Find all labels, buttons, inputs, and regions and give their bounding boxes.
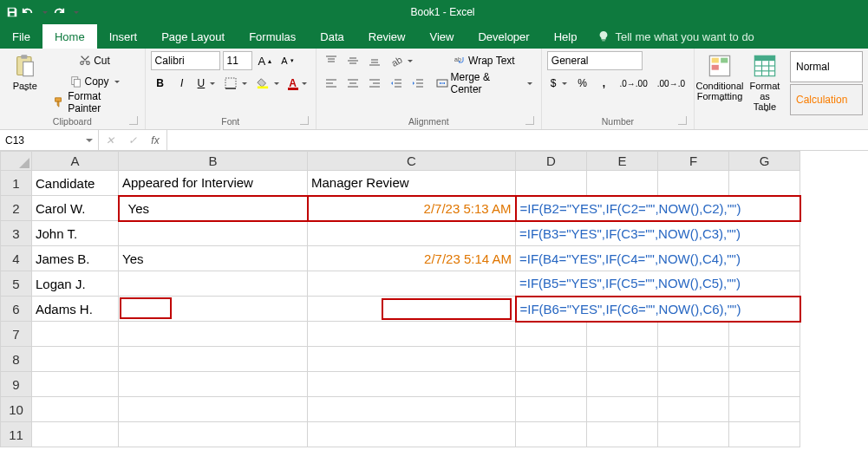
tab-view[interactable]: View <box>417 24 466 49</box>
comma-format-button[interactable]: , <box>595 74 614 93</box>
col-header-c[interactable]: C <box>308 152 516 171</box>
col-header-f[interactable]: F <box>658 152 729 171</box>
cell-a6[interactable]: Adams H. <box>32 297 119 322</box>
formula-bar-input[interactable] <box>167 130 868 150</box>
redo-icon[interactable] <box>52 5 66 19</box>
cell-d6-formula[interactable]: =IF(B6="YES",IF(C6="",NOW(),C6),"") <box>516 297 800 322</box>
row-header-3[interactable]: 3 <box>1 221 32 246</box>
font-color-button[interactable]: A <box>285 74 310 93</box>
tab-insert[interactable]: Insert <box>97 24 150 49</box>
cell-a4[interactable]: James B. <box>32 246 119 271</box>
undo-dropdown[interactable] <box>36 5 50 19</box>
increase-indent-button[interactable] <box>408 74 427 93</box>
row-header-4[interactable]: 4 <box>1 246 32 271</box>
cell-b5[interactable] <box>119 271 308 297</box>
format-painter-button[interactable]: Format Painter <box>49 93 139 112</box>
number-format-combo[interactable] <box>547 51 643 70</box>
cell-d3-formula[interactable]: =IF(B3="YES",IF(C3="",NOW(),C3),"") <box>516 221 800 246</box>
cell-b1[interactable]: Appeared for Interview <box>119 171 308 196</box>
cell-c2[interactable]: 2/7/23 5:13 AM <box>308 196 516 221</box>
row-header-1[interactable]: 1 <box>1 171 32 196</box>
cell-f1[interactable] <box>658 171 729 196</box>
cell-b2[interactable]: Yes <box>119 196 308 221</box>
italic-button[interactable]: I <box>173 74 192 93</box>
col-header-d[interactable]: D <box>516 152 587 171</box>
cut-button[interactable]: Cut <box>49 51 139 70</box>
worksheet[interactable]: A B C D E F G 1 Candidate Appeared for I… <box>0 151 868 463</box>
row-header-8[interactable]: 8 <box>1 347 32 372</box>
cell-a5[interactable]: Logan J. <box>32 271 119 297</box>
accounting-format-button[interactable]: $ <box>547 74 571 93</box>
orientation-button[interactable]: ab <box>387 51 416 70</box>
align-bottom-button[interactable] <box>365 51 384 70</box>
row-header-5[interactable]: 5 <box>1 271 32 297</box>
align-left-button[interactable] <box>322 74 341 93</box>
underline-button[interactable]: U <box>194 74 219 93</box>
cell-d4-formula[interactable]: =IF(B4="YES",IF(C4="",NOW(),C4),"") <box>516 246 800 271</box>
cell-c6[interactable] <box>308 297 516 322</box>
cell-g1[interactable] <box>729 171 800 196</box>
tab-data[interactable]: Data <box>308 24 356 49</box>
cell-a3[interactable]: John T. <box>32 221 119 246</box>
align-center-button[interactable] <box>343 74 362 93</box>
merge-center-button[interactable]: Merge & Center <box>433 74 536 93</box>
wrap-text-button[interactable]: abWrap Text <box>433 51 536 70</box>
row-header-2[interactable]: 2 <box>1 196 32 221</box>
align-right-button[interactable] <box>365 74 384 93</box>
shrink-font-button[interactable]: A▾ <box>277 51 297 70</box>
align-top-button[interactable] <box>322 51 341 70</box>
decrease-indent-button[interactable] <box>387 74 406 93</box>
save-icon[interactable] <box>5 5 19 19</box>
bold-button[interactable]: B <box>151 74 170 93</box>
tab-help[interactable]: Help <box>542 24 590 49</box>
row-header-7[interactable]: 7 <box>1 322 32 347</box>
row-header-6[interactable]: 6 <box>1 297 32 322</box>
cell-b4[interactable]: Yes <box>119 246 308 271</box>
cell-b3[interactable] <box>119 221 308 246</box>
align-middle-button[interactable] <box>343 51 362 70</box>
cell-style-normal[interactable]: Normal <box>790 51 863 82</box>
grow-font-button[interactable]: A▴ <box>255 51 276 70</box>
paste-button[interactable]: Paste <box>5 51 44 101</box>
qat-customize-dropdown[interactable] <box>68 5 82 19</box>
fill-color-button[interactable] <box>253 74 283 93</box>
tab-review[interactable]: Review <box>356 24 418 49</box>
cell-d2-formula[interactable]: =IF(B2="YES",IF(C2="",NOW(),C2),"") <box>516 196 800 221</box>
conditional-formatting-button[interactable]: Conditional Formatting <box>700 51 740 112</box>
row-header-11[interactable]: 11 <box>1 422 32 447</box>
cell-c5[interactable] <box>308 271 516 297</box>
cell-d1[interactable] <box>516 171 587 196</box>
col-header-e[interactable]: E <box>587 152 658 171</box>
cell-c4[interactable]: 2/7/23 5:14 AM <box>308 246 516 271</box>
cell-e1[interactable] <box>587 171 658 196</box>
row-header-9[interactable]: 9 <box>1 372 32 397</box>
number-launcher[interactable] <box>678 116 687 125</box>
insert-function-button[interactable]: fx <box>144 134 166 147</box>
col-header-a[interactable]: A <box>32 152 119 171</box>
copy-button[interactable]: Copy <box>49 72 139 91</box>
name-box-dropdown[interactable] <box>86 139 93 146</box>
cell-a1[interactable]: Candidate <box>32 171 119 196</box>
row-header-10[interactable]: 10 <box>1 397 32 422</box>
tab-home[interactable]: Home <box>42 24 97 49</box>
percent-format-button[interactable]: % <box>573 74 592 93</box>
cell-c3[interactable] <box>308 221 516 246</box>
borders-button[interactable] <box>221 74 251 93</box>
cell-a2[interactable]: Carol W. <box>32 196 119 221</box>
alignment-launcher[interactable] <box>525 116 534 125</box>
font-name-combo[interactable] <box>151 51 220 70</box>
name-box[interactable]: C13 <box>0 130 99 150</box>
tab-file[interactable]: File <box>0 24 42 49</box>
cell-b6[interactable] <box>120 297 172 319</box>
font-launcher[interactable] <box>300 116 309 125</box>
col-header-g[interactable]: G <box>729 152 800 171</box>
tab-developer[interactable]: Developer <box>466 24 541 49</box>
cell-style-calculation[interactable]: Calculation <box>790 84 863 115</box>
increase-decimal-button[interactable]: .0→.00 <box>617 74 651 93</box>
decrease-decimal-button[interactable]: .00→.0 <box>654 74 689 93</box>
cell-c1[interactable]: Manager Review <box>308 171 516 196</box>
select-all-corner[interactable] <box>1 152 32 171</box>
font-size-combo[interactable] <box>223 51 252 70</box>
clipboard-launcher[interactable] <box>129 116 138 125</box>
tab-formulas[interactable]: Formulas <box>237 24 308 49</box>
